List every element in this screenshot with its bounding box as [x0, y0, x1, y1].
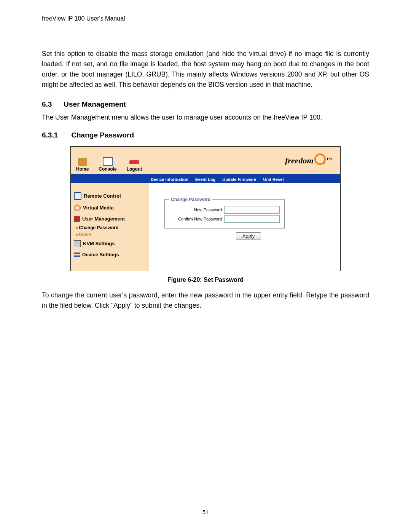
monitor-icon — [74, 192, 81, 200]
nav-home-label: Home — [76, 166, 89, 172]
console-icon — [103, 157, 113, 166]
logout-icon — [129, 160, 139, 164]
section-6-3-paragraph: The User Management menu allows the user… — [42, 112, 369, 123]
bullet-icon: ● — [75, 225, 78, 230]
section-number: 6.3 — [42, 100, 62, 109]
bullet-icon: ● — [75, 232, 78, 237]
sidebar-item-device-settings[interactable]: Device Settings — [74, 249, 146, 260]
brand-q-icon — [314, 153, 326, 165]
app-header: Home Console Logout freedomTM — [71, 147, 340, 174]
brand-tm: TM — [327, 157, 332, 161]
tab-device-information[interactable]: Device Information — [151, 177, 188, 182]
sub-label: Users — [79, 232, 91, 237]
sidebar-item-label: User Management — [82, 216, 125, 222]
sidebar-item-kvm-settings[interactable]: KVM Settings — [74, 238, 146, 249]
nav-logout-label: Logout — [127, 166, 142, 172]
subsection-number: 6.3.1 — [42, 131, 69, 139]
fieldset-legend: Change Password — [169, 197, 212, 202]
sidebar-item-label: Device Settings — [82, 252, 119, 257]
new-password-label: New Password — [194, 208, 222, 212]
apply-button[interactable]: Apply — [236, 232, 261, 240]
nav-logout[interactable]: Logout — [127, 160, 142, 172]
content-pane: Change Password New Password Confirm New… — [149, 183, 340, 271]
tab-update-firmware[interactable]: Update Firmware — [222, 177, 256, 182]
sidebar-item-user-management[interactable]: User Management — [74, 214, 146, 224]
device-icon — [74, 252, 80, 258]
sidebar-item-virtual-media[interactable]: Virtual Media — [74, 202, 146, 214]
section-6-3-1-heading: 6.3.1 Change Password — [42, 131, 369, 139]
subsection-title: Change Password — [71, 131, 134, 139]
document-header: freeView IP 100 User's Manual — [42, 15, 369, 22]
brand-text: freedom — [285, 156, 314, 165]
app-body: Remote Control Virtual Media User Manage… — [71, 183, 340, 271]
brand-logo: freedomTM — [285, 153, 332, 166]
sidebar-sub-change-password[interactable]: ●Change Password — [75, 224, 146, 231]
after-figure-paragraph: To change the current user's password, e… — [42, 290, 369, 311]
kvm-icon — [74, 240, 81, 247]
tab-bar: Device Information Event Log Update Firm… — [71, 176, 340, 183]
figure-6-20: Home Console Logout freedomTM — [70, 146, 341, 271]
change-password-fieldset: Change Password New Password Confirm New… — [164, 197, 285, 228]
disc-icon — [74, 204, 81, 211]
sub-label: Change Password — [79, 225, 118, 230]
figure-caption: Figure 6-20: Set Password — [42, 276, 369, 283]
nav-home[interactable]: Home — [76, 158, 89, 172]
section-title: User Management — [64, 100, 126, 108]
sidebar-subitems: ●Change Password ●Users — [75, 224, 146, 238]
new-password-input[interactable] — [224, 206, 280, 214]
home-icon — [78, 158, 87, 166]
confirm-password-label: Confirm New Password — [178, 217, 222, 221]
sidebar-item-label: KVM Settings — [83, 241, 115, 246]
sidebar: Remote Control Virtual Media User Manage… — [71, 183, 149, 271]
sidebar-item-label: Virtual Media — [83, 205, 114, 211]
confirm-password-input[interactable] — [224, 215, 280, 223]
tab-unit-reset[interactable]: Unit Reset — [263, 177, 284, 182]
app-window: Home Console Logout freedomTM — [70, 146, 341, 271]
page-number: 51 — [42, 509, 369, 515]
tab-event-log[interactable]: Event Log — [195, 177, 215, 182]
sidebar-item-label: Remote Control — [84, 193, 121, 199]
sidebar-item-remote-control[interactable]: Remote Control — [74, 190, 146, 202]
keys-icon — [74, 216, 80, 222]
section-6-3-heading: 6.3 User Management — [42, 100, 369, 109]
intro-paragraph: Set this option to disable the mass stor… — [42, 49, 369, 90]
nav-console[interactable]: Console — [99, 157, 116, 172]
nav-console-label: Console — [99, 166, 116, 172]
sidebar-sub-users[interactable]: ●Users — [75, 231, 146, 238]
